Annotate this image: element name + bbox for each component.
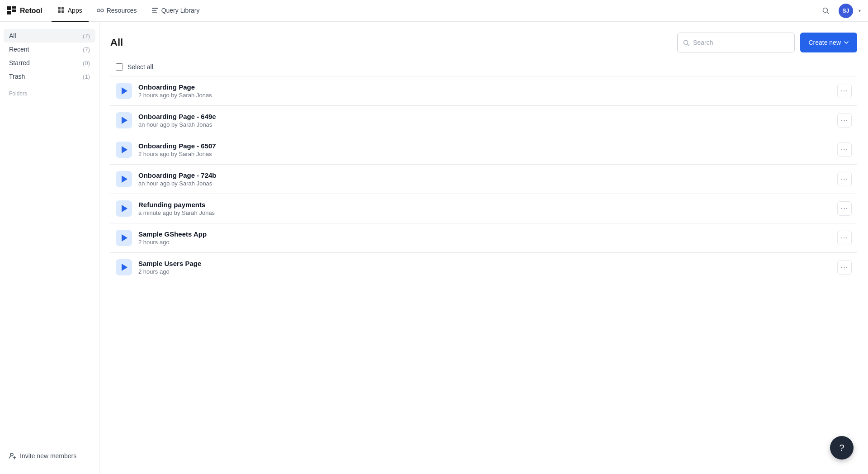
sidebar-starred-label: Starred bbox=[9, 59, 83, 66]
nav-item-resources[interactable]: Resources bbox=[90, 0, 143, 22]
app-info: Onboarding Page 2 hours ago by Sarah Jon… bbox=[138, 83, 831, 99]
app-row[interactable]: Sample Users Page 2 hours ago ··· bbox=[110, 253, 857, 282]
sidebar-item-recent[interactable]: Recent (7) bbox=[4, 43, 95, 56]
page-title: All bbox=[110, 37, 672, 48]
nav-item-query-library[interactable]: Query Library bbox=[145, 0, 206, 22]
app-more-button[interactable]: ··· bbox=[837, 231, 852, 245]
help-fab-icon: ? bbox=[839, 443, 844, 453]
app-more-button[interactable]: ··· bbox=[837, 260, 852, 275]
sidebar-item-starred[interactable]: Starred (0) bbox=[4, 56, 95, 70]
nav-query-library-label: Query Library bbox=[161, 7, 200, 14]
user-menu-chevron[interactable]: ▾ bbox=[859, 8, 861, 13]
sidebar: All (7) Recent (7) Starred (0) Trash (1)… bbox=[0, 22, 99, 474]
app-icon-wrap bbox=[116, 142, 132, 158]
app-icon-wrap bbox=[116, 200, 132, 217]
sidebar-trash-count: (1) bbox=[83, 73, 90, 80]
app-meta: an hour ago by Sarah Jonas bbox=[138, 180, 831, 187]
svg-rect-3 bbox=[7, 11, 11, 14]
app-row[interactable]: Onboarding Page 2 hours ago by Sarah Jon… bbox=[110, 76, 857, 106]
apps-nav-icon bbox=[58, 7, 65, 14]
create-new-button[interactable]: Create new bbox=[800, 33, 857, 52]
app-more-button[interactable]: ··· bbox=[837, 172, 852, 186]
svg-rect-2 bbox=[12, 9, 16, 12]
select-all-label[interactable]: Select all bbox=[127, 63, 153, 71]
svg-rect-1 bbox=[12, 6, 16, 9]
app-name: Onboarding Page - 649e bbox=[138, 113, 831, 120]
app-meta: an hour ago by Sarah Jonas bbox=[138, 121, 831, 128]
sidebar-all-count: (7) bbox=[83, 33, 90, 39]
topnav-right: SJ ▾ bbox=[819, 4, 861, 18]
svg-rect-12 bbox=[152, 10, 156, 11]
user-initials: SJ bbox=[843, 8, 849, 14]
app-name: Refunding payments bbox=[138, 201, 831, 209]
app-info: Onboarding Page - 724b an hour ago by Sa… bbox=[138, 171, 831, 187]
query-library-nav-icon bbox=[151, 7, 159, 14]
play-icon bbox=[122, 205, 127, 212]
retool-logo-icon bbox=[7, 6, 16, 15]
select-all-row: Select all bbox=[110, 60, 857, 76]
app-icon-wrap bbox=[116, 171, 132, 187]
app-meta: 2 hours ago bbox=[138, 239, 831, 246]
play-icon bbox=[122, 234, 127, 242]
play-icon bbox=[122, 264, 127, 271]
app-icon-wrap bbox=[116, 259, 132, 275]
app-list: Onboarding Page 2 hours ago by Sarah Jon… bbox=[110, 76, 857, 474]
app-more-button[interactable]: ··· bbox=[837, 113, 852, 128]
invite-icon bbox=[9, 452, 16, 460]
search-icon bbox=[822, 7, 830, 14]
app-row[interactable]: Onboarding Page - 6507 2 hours ago by Sa… bbox=[110, 135, 857, 165]
sidebar-item-all[interactable]: All (7) bbox=[4, 29, 95, 43]
app-icon-wrap bbox=[116, 230, 132, 246]
svg-rect-4 bbox=[58, 7, 61, 9]
user-avatar[interactable]: SJ bbox=[839, 4, 853, 18]
resources-nav-icon bbox=[97, 7, 104, 14]
create-new-chevron-icon bbox=[844, 40, 849, 45]
app-meta: a minute ago by Sarah Jonas bbox=[138, 209, 831, 216]
nav-item-apps[interactable]: Apps bbox=[52, 0, 89, 22]
svg-rect-11 bbox=[152, 8, 158, 9]
logo-text: Retool bbox=[20, 7, 42, 15]
app-more-button[interactable]: ··· bbox=[837, 201, 852, 216]
sidebar-starred-count: (0) bbox=[83, 60, 90, 66]
svg-line-20 bbox=[688, 44, 689, 45]
play-icon bbox=[122, 87, 127, 95]
create-new-label: Create new bbox=[808, 39, 841, 46]
app-name: Onboarding Page - 6507 bbox=[138, 142, 831, 150]
app-row[interactable]: Refunding payments a minute ago by Sarah… bbox=[110, 194, 857, 223]
app-name: Onboarding Page - 724b bbox=[138, 171, 831, 179]
app-row[interactable]: Onboarding Page - 649e an hour ago by Sa… bbox=[110, 106, 857, 135]
nav-apps-label: Apps bbox=[68, 7, 82, 14]
invite-members-button[interactable]: Invite new members bbox=[4, 449, 95, 463]
app-info: Sample GSheets App 2 hours ago bbox=[138, 230, 831, 246]
logo[interactable]: Retool bbox=[7, 6, 42, 15]
svg-rect-0 bbox=[7, 6, 11, 10]
app-more-button[interactable]: ··· bbox=[837, 142, 852, 157]
search-box-icon bbox=[683, 39, 689, 46]
content-header: All Create new bbox=[110, 22, 857, 60]
search-box[interactable] bbox=[677, 33, 795, 52]
nav-resources-label: Resources bbox=[107, 7, 137, 14]
svg-rect-7 bbox=[61, 10, 64, 13]
app-info: Onboarding Page - 6507 2 hours ago by Sa… bbox=[138, 142, 831, 157]
help-fab[interactable]: ? bbox=[830, 436, 854, 460]
app-icon-wrap bbox=[116, 83, 132, 99]
svg-point-8 bbox=[97, 9, 100, 12]
global-search-button[interactable] bbox=[819, 4, 833, 18]
app-meta: 2 hours ago by Sarah Jonas bbox=[138, 151, 831, 157]
play-icon bbox=[122, 146, 127, 153]
main-content: All Create new Select all bbox=[99, 22, 868, 474]
app-row[interactable]: Onboarding Page - 724b an hour ago by Sa… bbox=[110, 165, 857, 194]
folders-section-title: Folders bbox=[4, 83, 95, 100]
svg-rect-13 bbox=[152, 12, 157, 13]
app-info: Refunding payments a minute ago by Sarah… bbox=[138, 201, 831, 216]
sidebar-recent-label: Recent bbox=[9, 46, 83, 53]
invite-label: Invite new members bbox=[20, 452, 76, 460]
app-info: Onboarding Page - 649e an hour ago by Sa… bbox=[138, 113, 831, 128]
app-name: Onboarding Page bbox=[138, 83, 831, 91]
app-more-button[interactable]: ··· bbox=[837, 84, 852, 98]
app-row[interactable]: Sample GSheets App 2 hours ago ··· bbox=[110, 223, 857, 253]
select-all-checkbox[interactable] bbox=[116, 63, 123, 71]
sidebar-trash-label: Trash bbox=[9, 73, 83, 80]
search-input[interactable] bbox=[693, 39, 789, 46]
sidebar-item-trash[interactable]: Trash (1) bbox=[4, 70, 95, 83]
